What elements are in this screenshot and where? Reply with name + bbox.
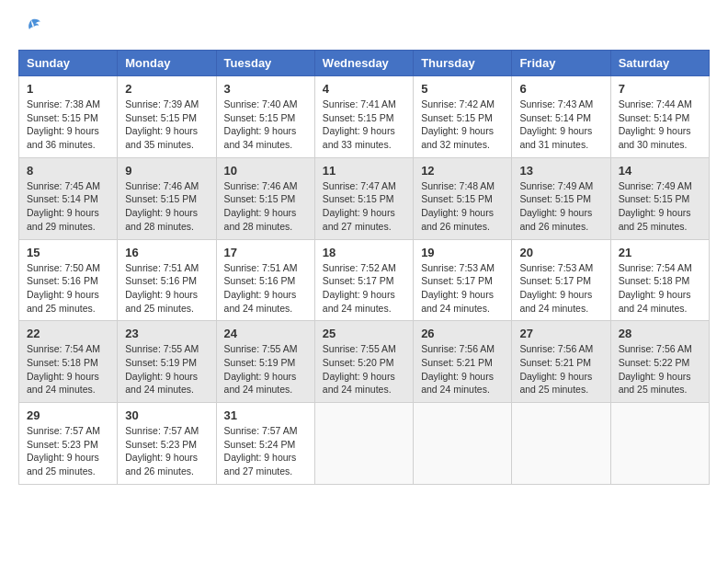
calendar-week-row: 8 Sunrise: 7:45 AMSunset: 5:14 PMDayligh… [19,157,710,239]
calendar-cell: 17 Sunrise: 7:51 AMSunset: 5:16 PMDaylig… [216,239,314,321]
day-number: 21 [619,246,701,259]
day-info: Sunrise: 7:50 AMSunset: 5:16 PMDaylight:… [27,261,109,316]
day-info: Sunrise: 7:51 AMSunset: 5:16 PMDaylight:… [125,261,208,316]
calendar-table: SundayMondayTuesdayWednesdayThursdayFrid… [18,50,710,485]
day-info: Sunrise: 7:55 AMSunset: 5:19 PMDaylight:… [125,342,208,396]
day-info: Sunrise: 7:52 AMSunset: 5:17 PMDaylight:… [323,261,405,316]
calendar-cell: 12 Sunrise: 7:48 AMSunset: 5:15 PMDaylig… [414,157,512,239]
calendar-week-row: 29 Sunrise: 7:57 AMSunset: 5:23 PMDaylig… [19,403,710,485]
calendar-week-row: 15 Sunrise: 7:50 AMSunset: 5:16 PMDaylig… [19,239,710,321]
day-info: Sunrise: 7:53 AMSunset: 5:17 PMDaylight:… [421,261,504,316]
calendar-cell: 15 Sunrise: 7:50 AMSunset: 5:16 PMDaylig… [19,239,118,321]
day-number: 5 [421,82,504,96]
calendar-header-saturday: Saturday [610,51,709,76]
day-info: Sunrise: 7:51 AMSunset: 5:16 PMDaylight:… [224,261,307,316]
calendar-cell: 6 Sunrise: 7:43 AMSunset: 5:14 PMDayligh… [512,76,610,158]
calendar-cell [512,403,610,485]
calendar-cell: 5 Sunrise: 7:42 AMSunset: 5:15 PMDayligh… [414,76,512,158]
day-info: Sunrise: 7:54 AMSunset: 5:18 PMDaylight:… [619,261,701,316]
day-info: Sunrise: 7:56 AMSunset: 5:21 PMDaylight:… [519,342,602,396]
calendar-week-row: 1 Sunrise: 7:38 AMSunset: 5:15 PMDayligh… [19,76,710,158]
calendar-header-sunday: Sunday [19,51,118,76]
calendar-cell: 28 Sunrise: 7:56 AMSunset: 5:22 PMDaylig… [610,321,709,403]
calendar-cell: 27 Sunrise: 7:56 AMSunset: 5:21 PMDaylig… [512,321,610,403]
day-info: Sunrise: 7:40 AMSunset: 5:15 PMDaylight:… [224,98,307,152]
calendar-cell: 31 Sunrise: 7:57 AMSunset: 5:24 PMDaylig… [216,403,314,485]
day-number: 22 [27,327,109,340]
day-number: 1 [27,82,109,96]
calendar-cell: 20 Sunrise: 7:53 AMSunset: 5:17 PMDaylig… [512,239,610,321]
calendar-cell: 30 Sunrise: 7:57 AMSunset: 5:23 PMDaylig… [118,403,216,485]
day-number: 13 [519,164,602,178]
day-number: 30 [125,408,208,422]
calendar-header-wednesday: Wednesday [314,51,413,76]
calendar-cell: 8 Sunrise: 7:45 AMSunset: 5:14 PMDayligh… [19,157,118,239]
day-info: Sunrise: 7:39 AMSunset: 5:15 PMDaylight:… [125,98,208,152]
day-number: 29 [27,408,109,422]
day-info: Sunrise: 7:48 AMSunset: 5:15 PMDaylight:… [421,179,504,234]
day-number: 15 [27,246,109,259]
day-info: Sunrise: 7:56 AMSunset: 5:22 PMDaylight:… [619,342,701,396]
calendar-header-monday: Monday [118,51,216,76]
calendar-cell [610,403,709,485]
calendar-header-tuesday: Tuesday [216,51,314,76]
day-info: Sunrise: 7:55 AMSunset: 5:19 PMDaylight:… [224,342,307,396]
calendar-cell: 10 Sunrise: 7:46 AMSunset: 5:15 PMDaylig… [216,157,314,239]
calendar-header-thursday: Thursday [414,51,512,76]
calendar-cell: 9 Sunrise: 7:46 AMSunset: 5:15 PMDayligh… [118,157,216,239]
day-info: Sunrise: 7:43 AMSunset: 5:14 PMDaylight:… [519,98,602,152]
calendar-cell: 4 Sunrise: 7:41 AMSunset: 5:15 PMDayligh… [314,76,413,158]
logo [18,18,42,40]
day-number: 6 [519,82,602,96]
calendar-cell: 19 Sunrise: 7:53 AMSunset: 5:17 PMDaylig… [414,239,512,321]
day-info: Sunrise: 7:53 AMSunset: 5:17 PMDaylight:… [519,261,602,316]
day-number: 16 [125,246,208,259]
day-number: 2 [125,82,208,96]
logo-bird-icon [20,18,42,37]
page-header [18,18,710,40]
calendar-cell: 11 Sunrise: 7:47 AMSunset: 5:15 PMDaylig… [314,157,413,239]
calendar-cell: 21 Sunrise: 7:54 AMSunset: 5:18 PMDaylig… [610,239,709,321]
day-info: Sunrise: 7:45 AMSunset: 5:14 PMDaylight:… [27,179,109,234]
day-number: 10 [224,164,307,178]
calendar-cell: 26 Sunrise: 7:56 AMSunset: 5:21 PMDaylig… [414,321,512,403]
day-info: Sunrise: 7:41 AMSunset: 5:15 PMDaylight:… [323,98,405,152]
day-number: 8 [27,164,109,178]
calendar-cell: 18 Sunrise: 7:52 AMSunset: 5:17 PMDaylig… [314,239,413,321]
day-info: Sunrise: 7:54 AMSunset: 5:18 PMDaylight:… [27,342,109,396]
day-number: 14 [619,164,701,178]
day-number: 4 [323,82,405,96]
calendar-cell: 2 Sunrise: 7:39 AMSunset: 5:15 PMDayligh… [118,76,216,158]
calendar-body: 1 Sunrise: 7:38 AMSunset: 5:15 PMDayligh… [19,76,710,485]
day-info: Sunrise: 7:55 AMSunset: 5:20 PMDaylight:… [323,342,405,396]
day-number: 9 [125,164,208,178]
day-number: 27 [519,327,602,340]
day-info: Sunrise: 7:57 AMSunset: 5:23 PMDaylight:… [27,424,109,478]
day-info: Sunrise: 7:49 AMSunset: 5:15 PMDaylight:… [619,179,701,234]
day-number: 20 [519,246,602,259]
day-info: Sunrise: 7:44 AMSunset: 5:14 PMDaylight:… [619,98,701,152]
calendar-header-friday: Friday [512,51,610,76]
calendar-cell: 29 Sunrise: 7:57 AMSunset: 5:23 PMDaylig… [19,403,118,485]
calendar-cell: 7 Sunrise: 7:44 AMSunset: 5:14 PMDayligh… [610,76,709,158]
day-info: Sunrise: 7:38 AMSunset: 5:15 PMDaylight:… [27,98,109,152]
calendar-cell: 16 Sunrise: 7:51 AMSunset: 5:16 PMDaylig… [118,239,216,321]
day-number: 18 [323,246,405,259]
day-number: 28 [619,327,701,340]
day-number: 26 [421,327,504,340]
calendar-cell: 22 Sunrise: 7:54 AMSunset: 5:18 PMDaylig… [19,321,118,403]
calendar-header-row: SundayMondayTuesdayWednesdayThursdayFrid… [19,51,710,76]
calendar-cell: 3 Sunrise: 7:40 AMSunset: 5:15 PMDayligh… [216,76,314,158]
day-info: Sunrise: 7:57 AMSunset: 5:24 PMDaylight:… [224,424,307,478]
day-info: Sunrise: 7:46 AMSunset: 5:15 PMDaylight:… [224,179,307,234]
day-info: Sunrise: 7:57 AMSunset: 5:23 PMDaylight:… [125,424,208,478]
day-number: 17 [224,246,307,259]
day-number: 25 [323,327,405,340]
calendar-cell: 24 Sunrise: 7:55 AMSunset: 5:19 PMDaylig… [216,321,314,403]
calendar-cell: 14 Sunrise: 7:49 AMSunset: 5:15 PMDaylig… [610,157,709,239]
calendar-cell: 13 Sunrise: 7:49 AMSunset: 5:15 PMDaylig… [512,157,610,239]
day-number: 3 [224,82,307,96]
day-number: 31 [224,408,307,422]
calendar-cell: 1 Sunrise: 7:38 AMSunset: 5:15 PMDayligh… [19,76,118,158]
calendar-week-row: 22 Sunrise: 7:54 AMSunset: 5:18 PMDaylig… [19,321,710,403]
